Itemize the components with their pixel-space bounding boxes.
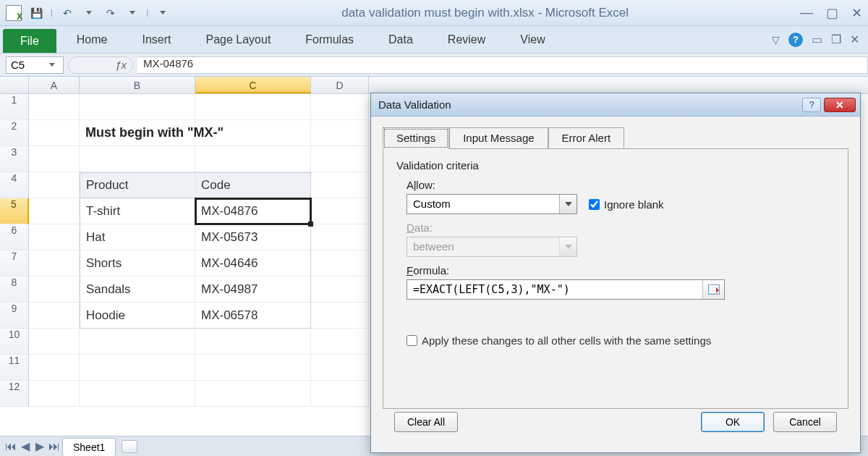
cell[interactable] bbox=[195, 146, 311, 172]
dialog-help-icon[interactable]: ? bbox=[802, 98, 821, 112]
file-tab[interactable]: File bbox=[3, 29, 56, 53]
cell[interactable] bbox=[311, 276, 369, 303]
col-header-d[interactable]: D bbox=[311, 77, 369, 93]
cell[interactable] bbox=[29, 198, 80, 224]
cell[interactable] bbox=[195, 381, 311, 407]
doc-restore-icon[interactable]: ❐ bbox=[831, 33, 841, 46]
row-header[interactable]: 7 bbox=[0, 250, 29, 276]
allow-dropdown-icon[interactable] bbox=[559, 195, 576, 214]
apply-to-all-checkbox[interactable]: Apply these changes to all other cells w… bbox=[407, 334, 835, 347]
fx-button[interactable]: ƒx bbox=[68, 56, 133, 74]
ignore-blank-input[interactable] bbox=[589, 199, 600, 210]
cell[interactable] bbox=[311, 172, 369, 198]
tab-input-message[interactable]: Input Message bbox=[449, 127, 548, 149]
cell[interactable] bbox=[311, 250, 369, 276]
undo-dropdown-icon[interactable] bbox=[82, 6, 96, 20]
cell[interactable] bbox=[80, 329, 195, 355]
cell[interactable] bbox=[311, 224, 369, 250]
formula-input[interactable]: =EXACT(LEFT(C5,3),"MX-") bbox=[407, 280, 702, 299]
ribbon-collapse-icon[interactable]: ▽ bbox=[772, 34, 780, 46]
tab-nav-last-icon[interactable]: ⏭ bbox=[48, 440, 61, 453]
cell[interactable] bbox=[29, 381, 80, 407]
tab-nav-prev-icon[interactable]: ◀ bbox=[19, 440, 32, 453]
tab-review[interactable]: Review bbox=[430, 26, 503, 53]
row-header[interactable]: 6 bbox=[0, 224, 29, 250]
qat-customize-icon[interactable] bbox=[156, 6, 170, 20]
cell[interactable] bbox=[29, 329, 80, 355]
cell[interactable] bbox=[195, 94, 311, 120]
dialog-close-icon[interactable]: ✕ bbox=[824, 98, 856, 112]
sheet-tab-1[interactable]: Sheet1 bbox=[62, 438, 116, 456]
cell[interactable] bbox=[29, 250, 80, 276]
tab-page-layout[interactable]: Page Layout bbox=[188, 26, 288, 53]
row-header[interactable]: 5 bbox=[0, 198, 29, 224]
table-header[interactable]: Code bbox=[195, 172, 311, 198]
cell[interactable] bbox=[311, 146, 369, 172]
ignore-blank-checkbox[interactable]: Ignore blank bbox=[589, 198, 664, 211]
help-icon[interactable]: ? bbox=[788, 33, 803, 47]
name-box[interactable]: C5 bbox=[6, 56, 64, 74]
redo-icon[interactable]: ↷ bbox=[103, 6, 118, 20]
tab-data[interactable]: Data bbox=[371, 26, 430, 53]
cell[interactable] bbox=[29, 224, 80, 250]
row-header[interactable]: 8 bbox=[0, 276, 29, 303]
heading-cell[interactable]: Must begin with "MX-" bbox=[80, 120, 195, 146]
tab-nav-first-icon[interactable]: ⏮ bbox=[4, 440, 17, 453]
formula-input[interactable]: MX-04876 bbox=[137, 56, 868, 74]
col-header-c[interactable]: C bbox=[195, 77, 311, 93]
cell[interactable] bbox=[195, 329, 311, 355]
row-header[interactable]: 3 bbox=[0, 146, 29, 172]
cell[interactable] bbox=[80, 355, 195, 381]
cell[interactable] bbox=[29, 355, 80, 381]
col-header-a[interactable]: A bbox=[29, 77, 80, 93]
insert-sheet-icon[interactable] bbox=[122, 440, 137, 453]
tab-home[interactable]: Home bbox=[59, 26, 125, 53]
redo-dropdown-icon[interactable] bbox=[125, 6, 140, 20]
cell[interactable] bbox=[29, 172, 80, 198]
table-cell[interactable]: Shorts bbox=[80, 250, 195, 276]
close-icon[interactable]: ✕ bbox=[851, 5, 862, 21]
clear-all-button[interactable]: Clear All bbox=[394, 412, 458, 432]
allow-combo[interactable]: Custom bbox=[407, 194, 577, 214]
name-box-dropdown-icon[interactable] bbox=[46, 59, 59, 72]
doc-close-icon[interactable]: ✕ bbox=[850, 33, 859, 46]
tab-formulas[interactable]: Formulas bbox=[288, 26, 371, 53]
tab-error-alert[interactable]: Error Alert bbox=[548, 127, 625, 149]
row-header[interactable]: 12 bbox=[0, 381, 29, 407]
tab-settings[interactable]: Settings bbox=[383, 127, 449, 149]
table-header[interactable]: Product bbox=[80, 172, 195, 198]
ok-button[interactable]: OK bbox=[701, 412, 765, 432]
col-header-b[interactable]: B bbox=[80, 77, 195, 93]
table-cell[interactable]: MX-06578 bbox=[195, 303, 311, 329]
table-cell[interactable]: Hat bbox=[80, 224, 195, 250]
dialog-titlebar[interactable]: Data Validation ? ✕ bbox=[371, 93, 860, 117]
row-header[interactable]: 11 bbox=[0, 355, 29, 381]
row-header[interactable]: 2 bbox=[0, 120, 29, 146]
minimize-icon[interactable]: — bbox=[800, 5, 813, 21]
tab-nav-next-icon[interactable]: ▶ bbox=[33, 440, 46, 453]
row-header[interactable]: 10 bbox=[0, 329, 29, 355]
cell[interactable] bbox=[311, 303, 369, 329]
excel-icon[interactable] bbox=[6, 5, 22, 21]
table-cell[interactable]: T-shirt bbox=[80, 198, 195, 224]
tab-view[interactable]: View bbox=[503, 26, 562, 53]
cancel-button[interactable]: Cancel bbox=[773, 412, 837, 432]
row-header[interactable]: 9 bbox=[0, 303, 29, 329]
cell[interactable] bbox=[311, 198, 369, 224]
apply-to-all-input[interactable] bbox=[407, 335, 417, 346]
table-cell[interactable]: MX-05673 bbox=[195, 224, 311, 250]
save-icon[interactable]: 💾 bbox=[29, 6, 43, 20]
cell[interactable] bbox=[311, 94, 369, 120]
table-cell[interactable]: Hoodie bbox=[80, 303, 195, 329]
undo-icon[interactable]: ↶ bbox=[60, 6, 75, 20]
table-cell[interactable]: MX-04646 bbox=[195, 250, 311, 276]
cell[interactable] bbox=[29, 94, 80, 120]
cell[interactable] bbox=[195, 120, 311, 146]
select-all-corner[interactable] bbox=[0, 77, 29, 93]
cell[interactable] bbox=[80, 94, 195, 120]
cell[interactable] bbox=[311, 120, 369, 146]
cell[interactable] bbox=[80, 381, 195, 407]
cell[interactable] bbox=[29, 146, 80, 172]
range-selector-icon[interactable] bbox=[702, 280, 724, 299]
maximize-icon[interactable]: ▢ bbox=[826, 5, 838, 21]
